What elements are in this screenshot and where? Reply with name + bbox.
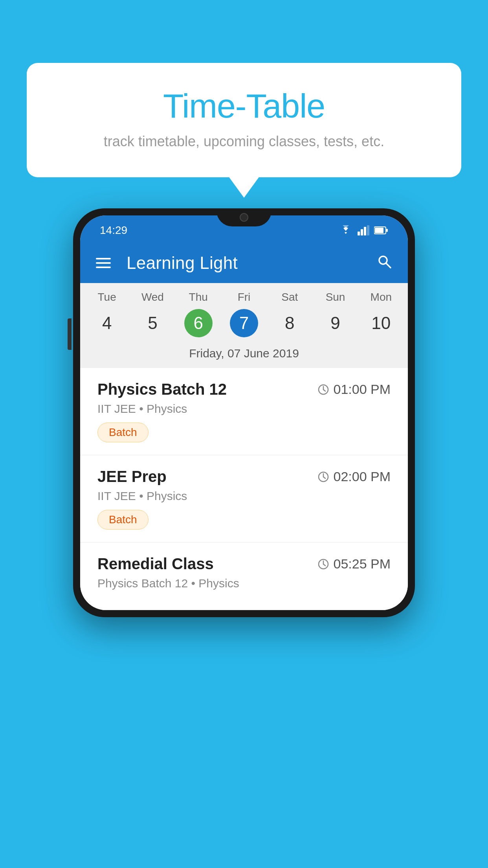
clock-icon <box>317 384 329 395</box>
class-item[interactable]: Remedial Class 05:25 PM Physics Batch 12… <box>80 542 408 610</box>
svg-rect-3 <box>367 225 369 235</box>
svg-line-11 <box>323 390 325 391</box>
phone-notch <box>216 208 272 226</box>
wifi-icon <box>339 225 353 235</box>
clock-icon <box>317 558 329 570</box>
day-number: 5 <box>138 309 167 337</box>
calendar: Tue4Wed5Thu6Fri7Sat8Sun9Mon10 Friday, 07… <box>80 283 408 368</box>
calendar-day[interactable]: Tue4 <box>84 291 130 337</box>
app-header: Learning Light <box>80 243 408 283</box>
class-list: Physics Batch 12 01:00 PM IIT JEE • Phys… <box>80 368 408 610</box>
day-number: 7 <box>230 309 258 337</box>
class-name: JEE Prep <box>97 468 167 485</box>
day-number: 4 <box>93 309 121 337</box>
day-name: Thu <box>189 291 208 303</box>
day-name: Fri <box>238 291 251 303</box>
app-title: Learning Light <box>127 253 376 273</box>
battery-icon <box>374 226 388 235</box>
calendar-day[interactable]: Mon10 <box>358 291 404 337</box>
class-subject: IIT JEE • Physics <box>97 402 391 416</box>
calendar-day[interactable]: Sun9 <box>312 291 358 337</box>
batch-tag: Batch <box>97 423 149 442</box>
class-item[interactable]: JEE Prep 02:00 PM IIT JEE • Physics Batc… <box>80 455 408 542</box>
class-name: Physics Batch 12 <box>97 381 227 398</box>
days-row: Tue4Wed5Thu6Fri7Sat8Sun9Mon10 <box>80 283 408 340</box>
calendar-day[interactable]: Sat8 <box>267 291 312 337</box>
day-number: 6 <box>184 309 213 337</box>
class-item[interactable]: Physics Batch 12 01:00 PM IIT JEE • Phys… <box>80 368 408 455</box>
class-subject: Physics Batch 12 • Physics <box>97 577 391 590</box>
svg-line-17 <box>323 564 325 566</box>
selected-date-label: Friday, 07 June 2019 <box>80 340 408 368</box>
calendar-day[interactable]: Thu6 <box>176 291 221 337</box>
search-icon[interactable] <box>376 254 392 273</box>
status-icons <box>339 225 388 235</box>
signal-icon <box>358 225 369 235</box>
svg-line-8 <box>386 263 391 268</box>
svg-rect-5 <box>375 228 383 233</box>
status-time: 14:29 <box>100 224 127 237</box>
class-time: 05:25 PM <box>317 556 391 572</box>
day-name: Sat <box>281 291 298 303</box>
page-subtitle: track timetable, upcoming classes, tests… <box>58 133 430 150</box>
class-name: Remedial Class <box>97 555 214 573</box>
day-number: 9 <box>321 309 350 337</box>
speech-bubble: Time-Table track timetable, upcoming cla… <box>27 63 461 177</box>
day-number: 8 <box>275 309 304 337</box>
day-number: 10 <box>367 309 395 337</box>
class-time: 01:00 PM <box>317 382 391 397</box>
page-title: Time-Table <box>58 86 430 125</box>
day-name: Sun <box>326 291 345 303</box>
batch-tag: Batch <box>97 510 149 530</box>
calendar-day[interactable]: Fri7 <box>221 291 267 337</box>
day-name: Wed <box>141 291 164 303</box>
day-name: Mon <box>371 291 392 303</box>
svg-rect-1 <box>361 229 363 235</box>
svg-rect-0 <box>358 232 360 235</box>
svg-line-14 <box>323 477 325 478</box>
front-camera <box>240 213 248 222</box>
clock-icon <box>317 471 329 483</box>
calendar-day[interactable]: Wed5 <box>130 291 175 337</box>
day-name: Tue <box>98 291 116 303</box>
menu-icon[interactable] <box>96 258 111 268</box>
svg-rect-2 <box>364 227 366 235</box>
class-time: 02:00 PM <box>317 469 391 484</box>
svg-rect-6 <box>386 229 388 232</box>
phone-mockup: 14:29 <box>32 208 456 617</box>
class-subject: IIT JEE • Physics <box>97 489 391 503</box>
